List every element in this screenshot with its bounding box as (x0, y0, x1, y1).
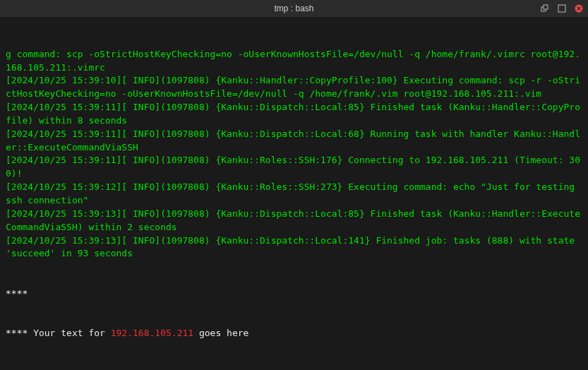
log-line: [2024/10/25 15:39:10][ INFO](1097808) {K… (6, 74, 582, 101)
window-titlebar: tmp : bash (0, 0, 588, 17)
log-line: [2024/10/25 15:39:11][ INFO](1097808) {K… (6, 154, 582, 181)
close-icon[interactable] (574, 4, 584, 13)
banner-ip: 192.168.105.211 (111, 328, 193, 338)
terminal-output[interactable]: g command: scp -oStrictHostKeyChecking=n… (0, 17, 588, 370)
window-controls (540, 4, 584, 13)
minimize-icon[interactable] (540, 4, 550, 13)
log-line: g command: scp -oStrictHostKeyChecking=n… (6, 48, 582, 75)
banner-line: **** Your text for 192.168.105.211 goes … (6, 327, 582, 340)
log-line: [2024/10/25 15:39:12][ INFO](1097808) {K… (6, 181, 582, 208)
banner-stars: **** (6, 367, 582, 370)
banner-stars: **** (6, 287, 582, 301)
maximize-icon[interactable] (557, 4, 567, 13)
svg-rect-2 (558, 5, 565, 12)
log-line: [2024/10/25 15:39:11][ INFO](1097808) {K… (6, 101, 582, 128)
log-line: [2024/10/25 15:39:13][ INFO](1097808) {K… (6, 208, 582, 234)
log-line: [2024/10/25 15:39:11][ INFO](1097808) {K… (6, 128, 582, 155)
window-title: tmp : bash (274, 4, 313, 13)
log-line: [2024/10/25 15:39:13][ INFO](1097808) {K… (6, 234, 582, 261)
svg-rect-1 (544, 5, 548, 9)
